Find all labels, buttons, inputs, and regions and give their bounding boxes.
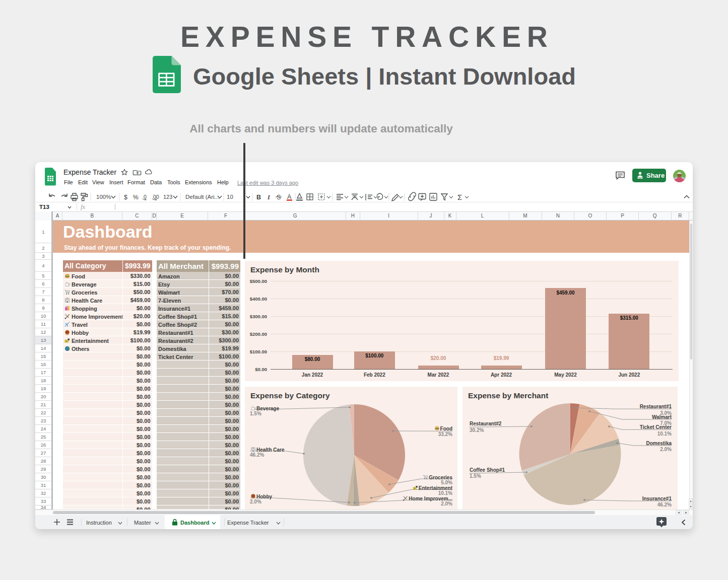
svg-text:%: %: [133, 194, 139, 201]
svg-text:.00: .00: [152, 194, 159, 200]
svg-text:A: A: [287, 193, 292, 200]
svg-text:Default (Ari...: Default (Ari...: [185, 194, 219, 200]
svg-text:123: 123: [163, 194, 172, 200]
svg-text:.0: .0: [142, 194, 147, 200]
svg-text:$: $: [124, 194, 127, 201]
svg-text:10: 10: [227, 194, 233, 200]
svg-text:I: I: [267, 194, 271, 201]
svg-text:Σ: Σ: [457, 193, 462, 201]
svg-text:100%: 100%: [96, 194, 111, 200]
svg-text:B: B: [256, 194, 261, 201]
